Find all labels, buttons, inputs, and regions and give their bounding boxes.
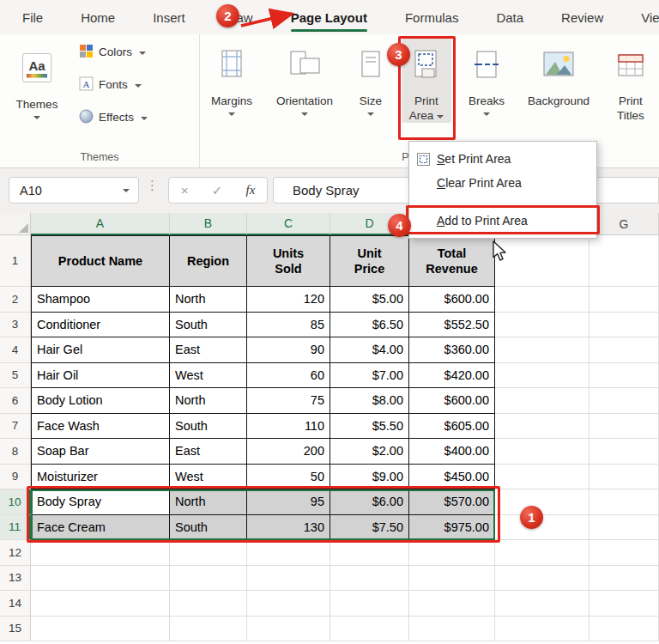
enter-icon[interactable]: ✓	[212, 183, 223, 198]
cell-F3[interactable]	[495, 313, 589, 338]
column-header-c[interactable]: C	[247, 213, 330, 235]
cell-D9[interactable]: $9.00	[330, 465, 409, 490]
cell-E5[interactable]: $420.00	[409, 363, 495, 389]
tab-home[interactable]: Home	[72, 0, 124, 34]
cell-F15[interactable]	[495, 617, 589, 642]
insert-function-icon[interactable]: fx	[246, 183, 256, 197]
cell-F9[interactable]	[495, 465, 589, 490]
cell-B2[interactable]: North	[170, 287, 247, 313]
cell-D12[interactable]	[330, 540, 409, 566]
cell-F12[interactable]	[495, 540, 589, 566]
cell-A13[interactable]	[31, 566, 170, 592]
cell-E11[interactable]: $975.00	[409, 515, 495, 541]
cell-F13[interactable]	[495, 566, 589, 592]
cell-G5[interactable]	[589, 363, 659, 389]
cell-D4[interactable]: $4.00	[330, 337, 409, 363]
cell-B10[interactable]: North	[170, 489, 247, 515]
cell-C13[interactable]	[247, 566, 330, 592]
cell-D15[interactable]	[330, 617, 409, 642]
column-header-g[interactable]: G	[589, 213, 659, 235]
cell-D7[interactable]: $5.50	[330, 414, 409, 440]
cell-C2[interactable]: 120	[247, 287, 330, 313]
cell-D2[interactable]: $5.00	[330, 287, 409, 313]
cell-C7[interactable]: 110	[247, 414, 330, 440]
cell-G15[interactable]	[589, 617, 659, 642]
cell-B4[interactable]: East	[170, 337, 247, 363]
cell-D3[interactable]: $6.50	[330, 313, 409, 338]
row-header-1[interactable]: 1	[0, 235, 31, 287]
cell-A6[interactable]: Body Lotion	[31, 388, 170, 414]
cell-G9[interactable]	[589, 465, 659, 490]
cell-D13[interactable]	[330, 566, 409, 592]
tab-file[interactable]: File	[14, 0, 51, 34]
cell-B13[interactable]	[170, 566, 247, 592]
cell-G14[interactable]	[589, 591, 659, 617]
row-header-2[interactable]: 2	[0, 287, 31, 313]
cell-A14[interactable]	[31, 591, 170, 617]
cell-D1[interactable]: Unit Price	[330, 235, 409, 287]
cell-F7[interactable]	[495, 414, 589, 440]
cell-A4[interactable]: Hair Gel	[31, 337, 170, 363]
cell-A12[interactable]	[31, 540, 170, 566]
cell-C11[interactable]: 130	[247, 515, 330, 541]
cell-E9[interactable]: $450.00	[409, 465, 495, 490]
row-header-4[interactable]: 4	[0, 337, 31, 363]
cell-C8[interactable]: 200	[247, 439, 330, 465]
cell-E1[interactable]: Total Revenue	[409, 235, 495, 287]
cell-B6[interactable]: North	[170, 388, 247, 414]
tab-review[interactable]: Review	[553, 0, 612, 34]
cell-F6[interactable]	[495, 388, 589, 414]
cell-F8[interactable]	[495, 439, 589, 465]
cell-B9[interactable]: West	[170, 465, 247, 490]
cell-G6[interactable]	[589, 388, 659, 414]
cell-G2[interactable]	[589, 287, 659, 313]
cell-B8[interactable]: East	[170, 439, 247, 465]
name-box-resize-handle[interactable]	[146, 178, 159, 193]
row-header-5[interactable]: 5	[0, 363, 31, 389]
cell-G11[interactable]	[589, 515, 659, 541]
cell-E14[interactable]	[409, 591, 495, 617]
cell-F10[interactable]	[495, 489, 589, 515]
menu-item-set-print-area[interactable]: Set Print Area	[409, 147, 596, 171]
cell-D14[interactable]	[330, 591, 409, 617]
row-header-14[interactable]: 14	[0, 591, 31, 617]
cell-C1[interactable]: Units Sold	[247, 235, 330, 287]
ribbon-button-margins[interactable]: Margins	[206, 38, 257, 116]
row-header-10[interactable]: 10	[0, 489, 31, 515]
row-header-3[interactable]: 3	[0, 313, 31, 338]
cell-D8[interactable]: $2.00	[330, 439, 409, 465]
cell-B3[interactable]: South	[170, 313, 247, 338]
cell-C10[interactable]: 95	[247, 489, 330, 515]
cell-D10[interactable]: $6.00	[330, 489, 409, 515]
ribbon-button-effects[interactable]: Effects	[79, 110, 148, 125]
cell-D6[interactable]: $8.00	[330, 388, 409, 414]
cell-C12[interactable]	[247, 540, 330, 566]
cell-D11[interactable]: $7.50	[330, 515, 409, 541]
cell-C6[interactable]: 75	[247, 388, 330, 414]
ribbon-button-size[interactable]: Size	[352, 38, 390, 116]
cell-C5[interactable]: 60	[247, 363, 330, 389]
cell-F14[interactable]	[495, 591, 589, 617]
cell-B15[interactable]	[170, 617, 247, 642]
cell-A7[interactable]: Face Wash	[31, 414, 170, 440]
cell-A11[interactable]: Face Cream	[31, 515, 170, 541]
cell-C15[interactable]	[247, 617, 330, 642]
cell-B1[interactable]: Region	[170, 235, 247, 287]
cell-C9[interactable]: 50	[247, 465, 330, 490]
cell-G1[interactable]	[589, 235, 659, 287]
ribbon-button-fonts[interactable]: A Fonts	[79, 77, 148, 92]
cell-B11[interactable]: South	[170, 515, 247, 541]
cell-A2[interactable]: Shampoo	[31, 287, 170, 313]
menu-item-add-to-print-area[interactable]: Add to Print Area	[409, 209, 596, 233]
ribbon-button-print-titles[interactable]: PrintTitles	[608, 38, 654, 123]
row-header-7[interactable]: 7	[0, 414, 31, 440]
row-header-8[interactable]: 8	[0, 439, 31, 465]
ribbon-button-orientation[interactable]: Orientation	[269, 38, 340, 116]
menu-item-clear-print-area[interactable]: Clear Print Area	[409, 171, 596, 195]
cell-A3[interactable]: Conditioner	[31, 313, 170, 338]
cell-E15[interactable]	[409, 617, 495, 642]
cell-B12[interactable]	[170, 540, 247, 566]
cell-A15[interactable]	[31, 617, 170, 642]
cell-F2[interactable]	[495, 287, 589, 313]
cell-A9[interactable]: Moisturizer	[31, 465, 170, 490]
